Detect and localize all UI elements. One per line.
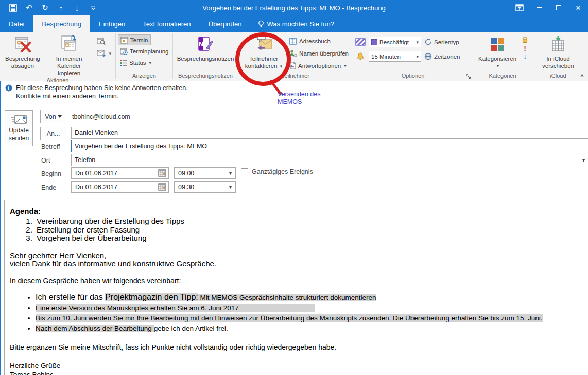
tell-me-box[interactable]: Was möchten Sie tun? — [251, 15, 341, 32]
categorize-icon — [490, 34, 505, 54]
besprechungsnotizen-button[interactable]: N Besprechungsnotizen — [174, 33, 237, 62]
calendar-details-button[interactable] — [95, 35, 113, 46]
group-kategorien: Kategorisieren ▾ ! ↓ Kategorien — [473, 32, 532, 81]
an-button[interactable]: An... — [40, 127, 66, 140]
tab-ueberpruefen[interactable]: Überprüfen — [200, 15, 251, 32]
beginn-time-field[interactable]: 09:00 ▾ — [174, 167, 236, 179]
categorize-dropdown-arrow: ▾ — [497, 62, 499, 69]
group-label-optionen: Optionen — [355, 72, 471, 81]
redo-icon[interactable]: ↻ — [37, 0, 53, 15]
group-label-besprechungsnotizen: Besprechungsnotizen — [175, 72, 236, 81]
antwortoptionen-button[interactable]: Antwortoptionen ▾ — [287, 60, 351, 71]
von-value: tbohinc@icloud.com — [72, 113, 130, 120]
allday-checkbox[interactable] — [241, 168, 248, 175]
private-lock-icon[interactable] — [522, 36, 528, 43]
envelope-forward-icon — [97, 50, 106, 57]
ende-time-field[interactable]: 09:30 ▾ — [174, 181, 236, 193]
ende-time-dropdown-arrow[interactable]: ▾ — [229, 184, 232, 190]
move-down-icon[interactable]: ↓ — [69, 0, 85, 15]
calendar-search-icon — [97, 37, 106, 45]
in-kalender-kopieren-button[interactable]: In meinen Kalender kopieren — [43, 33, 95, 77]
list-item: Ich erstelle für das Projektmagazin den … — [36, 293, 583, 302]
allday-label: Ganztägiges Ereignis — [252, 168, 313, 175]
von-button[interactable]: Von — [40, 110, 66, 123]
greeting: Sehr geehrter Herr Vienken, vielen Dank … — [10, 252, 583, 268]
response-options-icon — [289, 62, 296, 69]
kategorisieren-button[interactable]: Kategorisieren ▾ — [475, 33, 520, 69]
ende-date-picker-icon[interactable] — [158, 183, 166, 191]
beginn-date-picker-icon[interactable] — [158, 169, 166, 177]
teilnehmer-kontaktieren-button[interactable]: Teilnehmer kontaktieren ▾ — [240, 33, 287, 70]
group-label-teilnehmer: Teilnehmer — [240, 72, 351, 81]
message-body[interactable]: Agenda: Vereinbarung über die Erstellung… — [4, 200, 588, 375]
contact-attendees-icon — [253, 34, 274, 54]
undo-icon[interactable]: ↶ — [21, 0, 37, 15]
annotation-label: Versenden des MEMOS — [278, 91, 320, 106]
forward-button[interactable]: ▾ — [95, 48, 113, 59]
terminplanung-button[interactable]: Terminplanung — [118, 46, 170, 57]
group-label-icloud: iCloud — [534, 72, 582, 81]
timezone-globe-icon — [424, 52, 432, 60]
lightbulb-icon — [258, 20, 264, 28]
icloud-calendar-icon — [549, 34, 567, 54]
ort-field[interactable]: Telefon ▾ — [71, 154, 588, 166]
close-button[interactable]: ✕ — [568, 0, 588, 15]
title-bar: ↶ ↻ ↑ ↓ Vorgehen bei der Erstellung des … — [0, 0, 588, 15]
low-importance-icon[interactable]: ↓ — [523, 53, 527, 60]
customize-quick-access-icon[interactable] — [85, 0, 101, 15]
group-label-kategorien: Kategorien — [475, 72, 530, 81]
betreff-field[interactable]: Vorgehen bei der Erstellung des Tipps: M… — [71, 140, 588, 152]
beginn-date-field[interactable]: Do 01.06.2017 — [71, 167, 169, 179]
betreff-label: Betreff — [41, 143, 60, 150]
group-label-aktionen: Aktionen — [2, 77, 113, 84]
an-field[interactable]: Daniel Vienken — [71, 127, 588, 139]
group-label-anzeigen: Anzeigen — [118, 72, 170, 81]
serientyp-button[interactable]: Serientyp — [424, 38, 459, 46]
tab-text-formatieren[interactable]: Text formatieren — [134, 15, 199, 32]
outlook-meeting-window: ↶ ↻ ↑ ↓ Vorgehen bei der Erstellung des … — [0, 0, 588, 375]
tab-besprechung[interactable]: Besprechung — [33, 15, 90, 32]
adressbuch-button[interactable]: Adressbuch — [287, 35, 351, 46]
group-icloud: In iCloud verschieben iCloud — [532, 32, 584, 81]
zeitzonen-button[interactable]: Zeitzonen — [424, 52, 460, 60]
von-dropdown-arrow — [58, 115, 62, 118]
status-button[interactable]: Status ▾ — [118, 57, 153, 68]
group-besprechungsnotizen: N Besprechungsnotizen Besprechungsnotize… — [173, 32, 238, 81]
terminplanung-icon — [120, 48, 128, 55]
cancel-meeting-icon — [13, 34, 32, 54]
onenote-icon: N — [196, 34, 215, 54]
collapse-ribbon-icon[interactable]: ^ — [580, 73, 584, 80]
reminder-bell-icon — [355, 52, 366, 60]
ende-date-field[interactable]: Do 01.06.2017 — [71, 181, 169, 193]
termin-icon — [120, 37, 128, 44]
agenda-list: Vereinbarung über die Erstellung des Tip… — [10, 217, 583, 243]
namen-ueberpruefen-button[interactable]: @ Namen überprüfen — [287, 48, 351, 59]
maximize-button[interactable] — [549, 0, 568, 15]
svg-text:N: N — [199, 40, 203, 48]
beginn-time-dropdown-arrow[interactable]: ▾ — [229, 170, 232, 176]
ort-dropdown-arrow[interactable]: ▾ — [582, 157, 585, 163]
infobar-line2: Konflikte mit einem anderen Termin. — [16, 92, 188, 100]
show-as-dropdown[interactable]: Beschäftigt ▾ — [369, 37, 421, 47]
window-controls: ✕ — [510, 0, 588, 15]
reminder-dropdown[interactable]: 15 Minuten ▾ — [369, 51, 421, 62]
besprechung-absagen-button[interactable]: Besprechung absagen — [2, 33, 43, 69]
tab-einfuegen[interactable]: Einfügen — [90, 15, 134, 32]
ribbon-tabs: Datei Besprechung Einfügen Text formatie… — [0, 15, 588, 32]
high-importance-icon[interactable]: ! — [524, 45, 526, 51]
move-up-icon[interactable]: ↑ — [53, 0, 69, 15]
ribbon-display-options-icon[interactable] — [510, 0, 529, 15]
show-as-busy-icon — [355, 38, 366, 46]
group-aktionen: Besprechung absagen In meinen Kalender k… — [0, 32, 115, 81]
tab-datei[interactable]: Datei — [0, 15, 33, 32]
termin-button[interactable]: Termin — [118, 34, 151, 45]
in-icloud-verschieben-button[interactable]: In iCloud verschieben — [539, 33, 577, 69]
save-icon[interactable] — [5, 0, 21, 15]
busy-color-chip — [371, 39, 377, 45]
minimize-button[interactable] — [529, 0, 549, 15]
update-senden-button[interactable]: Update senden — [5, 110, 33, 146]
agreement-list: Ich erstelle für das Projektmagazin den … — [10, 293, 583, 333]
agenda-title: Agenda: — [10, 207, 583, 216]
ende-label: Ende — [41, 184, 56, 191]
optionen-dialog-launcher-icon[interactable] — [466, 74, 471, 79]
